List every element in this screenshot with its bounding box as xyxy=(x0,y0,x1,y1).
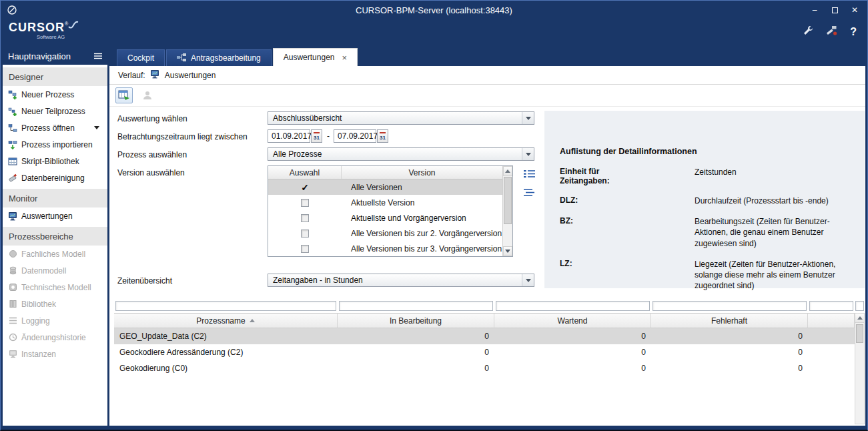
info-panel-title: Auflistung der Detailinformationen xyxy=(560,147,865,156)
brand-name: CURSOR xyxy=(9,21,65,35)
detail-view-icon[interactable] xyxy=(522,168,536,179)
dropdown-arrow-icon[interactable] xyxy=(522,148,534,160)
sidebar-item-neuer-prozess[interactable]: Neuer Prozess xyxy=(3,86,107,103)
close-button[interactable]: ✕ xyxy=(850,5,859,15)
filter-input-wartend[interactable] xyxy=(496,301,650,311)
info-desc: Liegezeit (Zeiten für Benutzer-Aktionen,… xyxy=(695,259,855,292)
info-desc: Zeitstunden xyxy=(695,167,855,177)
minimize-button[interactable]: – xyxy=(810,5,819,15)
sidebar-item-prozess-oeffnen[interactable]: Prozess öffnen xyxy=(3,119,107,136)
deployment-icon[interactable] xyxy=(826,25,838,39)
nav-item-label: Fachliches Modell xyxy=(21,250,85,259)
info-term: Einheit für Zeitangaben: xyxy=(560,167,640,185)
table-row[interactable]: GEO_Update_Data (C2) 0 0 0 xyxy=(114,328,855,344)
filter-input-extra[interactable] xyxy=(809,301,853,311)
results-scrollbar[interactable] xyxy=(855,300,865,424)
verlauf-label: Verlauf: xyxy=(118,71,145,80)
version-row-alle-versionen[interactable]: ✓ Alle Versionen xyxy=(268,179,502,195)
dropdown-arrow-icon[interactable] xyxy=(522,274,534,286)
version-row-bis-2-vorgaenger[interactable]: Alle Versionen bis zur 2. Vorgängerversi… xyxy=(268,226,502,241)
selected-value: Zeitangaben - in Stunden xyxy=(268,276,522,285)
main-area: Cockpit Antragsbearbeitung Auswertungen … xyxy=(109,47,865,426)
column-fehlerhaft[interactable]: Fehlerhaft xyxy=(651,313,808,328)
nav-item-label: Technisches Modell xyxy=(21,283,91,292)
column-prozessname[interactable]: Prozessname xyxy=(114,313,338,328)
version-row-bis-3-vorgaenger[interactable]: Alle Versionen bis zur 3. Vorgängerversi… xyxy=(268,241,502,256)
version-row-aktuellste[interactable]: Aktuellste Version xyxy=(268,195,502,210)
column-version[interactable]: Version xyxy=(342,166,502,179)
prozess-select[interactable]: Alle Prozesse xyxy=(268,147,534,161)
selected-value: Abschlussübersicht xyxy=(268,113,522,123)
scrollbar-thumb[interactable] xyxy=(504,177,512,224)
scroll-down-icon[interactable] xyxy=(503,246,512,256)
nav-item-label: Bibliothek xyxy=(21,300,56,309)
maximize-button[interactable] xyxy=(830,7,839,13)
chevron-down-icon[interactable] xyxy=(94,126,99,129)
tab-close-icon[interactable]: × xyxy=(342,53,347,63)
date-from-input[interactable]: 01.09.2017 xyxy=(268,129,310,143)
nav-item-label: Instanzen xyxy=(21,350,56,359)
filter-input-fehlerhaft[interactable] xyxy=(653,301,807,311)
generate-report-button[interactable] xyxy=(115,87,133,103)
logging-icon xyxy=(8,316,17,325)
scroll-up-icon[interactable] xyxy=(503,166,512,176)
evaluations-monitor-icon xyxy=(8,211,17,221)
import-process-icon xyxy=(8,140,17,149)
sidebar-item-prozess-importieren[interactable]: Prozess importieren xyxy=(3,136,107,153)
nav-item-label: Datenbereinigung xyxy=(21,173,85,183)
auswertung-select[interactable]: Abschlussübersicht xyxy=(268,111,534,125)
sidebar-item-datenbereinigung[interactable]: Datenbereinigung xyxy=(3,169,107,186)
version-row-aktuellste-vorgaenger[interactable]: Aktuellste und Vorgängerversion xyxy=(268,210,502,226)
table-row[interactable]: Geockodiere Adressänderung (C2) 0 0 0 xyxy=(114,344,855,360)
column-auswahl[interactable]: Auswahl xyxy=(268,166,342,179)
section-prozessbereiche: Prozessbereiche xyxy=(3,227,107,246)
checkbox[interactable] xyxy=(301,214,309,222)
nav-item-label: Skript-Bibliothek xyxy=(21,157,79,166)
filter-input-in-bearbeitung[interactable] xyxy=(339,301,493,311)
version-table-scrollbar[interactable] xyxy=(502,166,512,256)
menu-list-icon[interactable] xyxy=(94,53,102,59)
wrench-icon[interactable] xyxy=(802,25,814,39)
sort-asc-icon xyxy=(250,319,255,322)
info-panel: Auflistung der Detailinformationen Einhe… xyxy=(544,111,865,288)
history-icon xyxy=(8,333,17,342)
compact-view-icon[interactable] xyxy=(522,187,536,197)
filter-input-small[interactable] xyxy=(855,301,864,311)
filter-row xyxy=(114,300,855,313)
calendar-button-from[interactable]: 31 xyxy=(311,129,322,143)
business-model-icon xyxy=(8,250,17,258)
checkbox[interactable] xyxy=(301,230,309,238)
scroll-up-icon[interactable] xyxy=(855,314,864,323)
tab-auswertungen[interactable]: Auswertungen × xyxy=(273,48,358,66)
checkbox[interactable] xyxy=(301,245,309,253)
tab-cockpit[interactable]: Cockpit xyxy=(117,49,165,66)
checkmark-icon[interactable]: ✓ xyxy=(301,183,309,192)
sidebar-item-neuer-teilprozess[interactable]: Neuer Teilprozess xyxy=(3,103,107,119)
scrollbar-thumb[interactable] xyxy=(856,324,863,343)
breadcrumb: Verlauf: Auswertungen xyxy=(109,66,865,85)
user-assignment-button xyxy=(139,87,156,103)
process-tab-icon xyxy=(177,53,186,63)
date-to-input[interactable]: 07.09.2017 xyxy=(334,129,376,143)
dropdown-arrow-icon[interactable] xyxy=(522,112,534,124)
zeitraum-label: Betrachtungszeitraum liegt zwischen xyxy=(117,132,248,141)
sidebar-item-instanzen: Instanzen xyxy=(3,346,107,362)
sidebar-item-auswertungen[interactable]: Auswertungen xyxy=(3,207,107,224)
calendar-button-to[interactable]: 31 xyxy=(377,129,388,143)
version-label: Version auswählen xyxy=(117,168,185,177)
section-monitor: Monitor xyxy=(3,189,107,207)
table-row[interactable]: Geokodierung (C0) 0 0 0 xyxy=(114,360,855,376)
brand-subtitle: Software AG xyxy=(9,34,79,40)
tab-antragsbearbeitung[interactable]: Antragsbearbeitung xyxy=(166,49,272,66)
column-in-bearbeitung[interactable]: In Bearbeitung xyxy=(338,313,494,328)
filter-input-prozessname[interactable] xyxy=(115,301,336,311)
help-button[interactable]: ? xyxy=(850,26,857,38)
column-wartend[interactable]: Wartend xyxy=(494,313,651,328)
instances-icon xyxy=(8,350,17,358)
checkbox[interactable] xyxy=(301,199,309,207)
prozess-label: Prozess auswählen xyxy=(117,150,187,159)
zeiten-select[interactable]: Zeitangaben - in Stunden xyxy=(268,274,534,287)
new-subprocess-icon xyxy=(8,107,17,116)
sidebar-item-skript-bibliothek[interactable]: Skript-Bibliothek xyxy=(3,153,107,169)
breadcrumb-item[interactable]: Auswertungen xyxy=(165,71,216,80)
